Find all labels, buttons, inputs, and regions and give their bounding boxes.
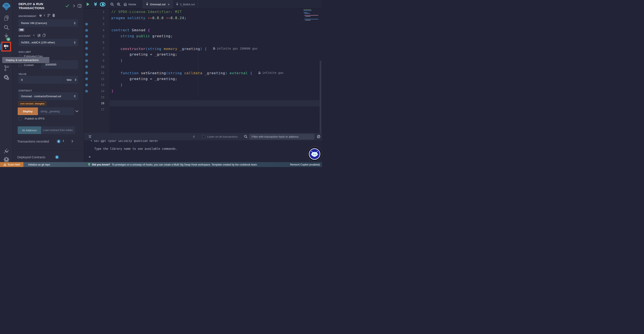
code-line: } — [110, 88, 320, 94]
breakpoint-dot[interactable] — [85, 59, 88, 62]
line-number: 5 — [88, 35, 110, 38]
code-line: greeting = _greeting; — [110, 76, 320, 82]
custom-gas-radio[interactable] — [19, 64, 22, 67]
deployed-contracts-count-badge: 0 — [55, 155, 59, 159]
minimap[interactable] — [304, 9, 318, 28]
copilot-toggle-icon[interactable] — [100, 2, 106, 6]
line-number: 2 — [88, 16, 110, 20]
breakpoint-dot[interactable] — [85, 11, 88, 13]
minimap-line — [306, 20, 310, 20]
at-address-button[interactable]: At Address — [18, 126, 41, 134]
breakpoint-dot[interactable] — [85, 41, 88, 44]
editor-scrollbar[interactable] — [320, 61, 321, 133]
solidity-file-icon — [176, 2, 178, 6]
lightbulb-icon — [88, 163, 90, 166]
breakpoint-dot[interactable] — [85, 29, 88, 32]
zoom-out-icon[interactable] — [110, 2, 114, 6]
tab-close-icon[interactable]: × — [168, 2, 170, 6]
delete-states-trash-icon[interactable] — [52, 14, 55, 17]
account-label: ACCOUNT — [18, 35, 31, 37]
transactions-expand-chevron-icon[interactable] — [71, 140, 73, 143]
ai-robot-icon[interactable] — [94, 2, 97, 6]
copy-address-icon[interactable] — [42, 34, 46, 37]
breakpoint-dot[interactable] — [85, 53, 88, 56]
code-line: constructor(string memory _greeting) {in… — [110, 45, 320, 52]
solidity-unit-testing-icon[interactable] — [0, 74, 12, 80]
select-arrows-icon — [74, 95, 76, 97]
breakpoint-dot[interactable] — [85, 65, 88, 68]
terminal-filter-input[interactable] — [249, 134, 314, 140]
code-line: function setGreeting(string calldata _gr… — [110, 70, 320, 76]
terminal[interactable]: 0 Listen on all transactions • sol-gpt <… — [84, 133, 322, 162]
home-tab[interactable]: Home — [124, 2, 136, 6]
account-value: 0x5B3...eddC4 (100 ether) — [21, 41, 55, 44]
remixai-copilot-status[interactable]: RemixAI Copilot (enabled) — [290, 163, 320, 166]
gutter: 1234567891011121314151617 — [84, 9, 110, 133]
pin-panel-chevron-icon[interactable] — [73, 4, 75, 7]
breakpoint-dot[interactable] — [85, 96, 88, 98]
file-explorer-icon[interactable] — [0, 15, 12, 21]
breakpoint-dot[interactable] — [85, 108, 88, 111]
breakpoint-dot[interactable] — [85, 77, 88, 80]
collapse-terminal-chevrons-icon[interactable] — [88, 135, 92, 138]
transactions-recorded-label: Transactions recorded — [17, 140, 49, 143]
environment-info-icon[interactable]: i — [44, 14, 45, 17]
transaction-count: 0 — [193, 135, 195, 138]
add-account-icon[interactable]: + — [33, 33, 35, 37]
panel-title: DEPLOY & RUN TRANSACTIONS — [18, 2, 44, 10]
deploy-args-input[interactable] — [38, 107, 74, 115]
terminal-search-icon[interactable] — [244, 135, 248, 138]
breakpoint-dot[interactable] — [85, 84, 88, 86]
clear-console-ban-icon[interactable] — [317, 135, 320, 138]
solidity-compiler-icon[interactable] — [0, 33, 12, 40]
git-init-button[interactable]: Initialize as git repo — [28, 163, 50, 166]
value-input[interactable] — [18, 76, 64, 84]
plugin-manager-icon[interactable] — [0, 148, 12, 154]
at-address-input[interactable] — [41, 126, 75, 134]
fork-state-icon[interactable] — [47, 14, 50, 17]
line-number: 1 — [88, 10, 110, 14]
breakpoint-dot[interactable] — [85, 47, 88, 50]
value-unit-select[interactable]: Wei — [64, 76, 78, 84]
search-icon[interactable] — [0, 25, 12, 30]
remix-logo[interactable] — [0, 2, 12, 11]
line-number: 7 — [88, 47, 110, 50]
code-line — [110, 100, 320, 106]
terminal-prompt: > — [89, 155, 90, 158]
account-select[interactable]: 0x5B3...eddC4 (100 ether) — [18, 39, 78, 46]
remix-ai-assistant-button[interactable] — [309, 148, 320, 160]
transactions-info-icon[interactable]: i — [63, 139, 64, 143]
connect-plug-icon[interactable] — [39, 14, 42, 17]
listen-transactions-checkbox[interactable] — [202, 135, 205, 138]
edit-account-icon[interactable] — [38, 34, 41, 37]
active-plugin-indicator — [0, 44, 1, 50]
scam-alert-badge[interactable]: Scam Alert — [0, 162, 24, 167]
breakpoint-dot[interactable] — [85, 16, 88, 19]
tab-gmonad[interactable]: Gmonad.sol × — [143, 0, 173, 8]
split-panel-icon[interactable] — [78, 4, 82, 8]
environment-label: ENVIRONMENT — [18, 15, 36, 17]
tab-ballot[interactable]: 3_Ballot.sol — [173, 0, 198, 8]
deploy-run-icon-highlighted[interactable] — [1, 42, 11, 51]
environment-select[interactable]: Remix VM (Cancun) — [18, 19, 78, 27]
breakpoint-dot[interactable] — [85, 90, 88, 92]
git-icon[interactable] — [0, 65, 12, 71]
icon-rail — [0, 0, 12, 167]
zoom-in-icon[interactable] — [117, 2, 120, 6]
transactions-count-badge: 0 — [57, 140, 60, 143]
contract-select[interactable]: Gmonad - contracts/Gmonad.sol — [18, 92, 78, 100]
breakpoint-dot[interactable] — [85, 102, 88, 105]
publish-ipfs-label: Publish to IPFS — [25, 117, 44, 120]
code-editor[interactable]: 1234567891011121314151617 // SPDX-Licens… — [84, 8, 322, 133]
settings-gear-icon[interactable] — [0, 156, 12, 162]
publish-ipfs-checkbox[interactable] — [19, 117, 22, 120]
deploy-button[interactable]: Deploy — [18, 107, 38, 115]
breakpoint-dot[interactable] — [85, 23, 88, 25]
breakpoint-dot[interactable] — [85, 35, 88, 38]
code-line: pragma solidity >=0.8.0 <=0.8.24; — [110, 15, 320, 21]
code-line — [110, 106, 320, 112]
run-script-play-icon[interactable] — [86, 2, 90, 6]
breakpoint-dot[interactable] — [85, 71, 88, 74]
listen-transactions-label: Listen on all transactions — [207, 135, 238, 138]
expand-args-chevron-icon[interactable] — [75, 110, 78, 112]
